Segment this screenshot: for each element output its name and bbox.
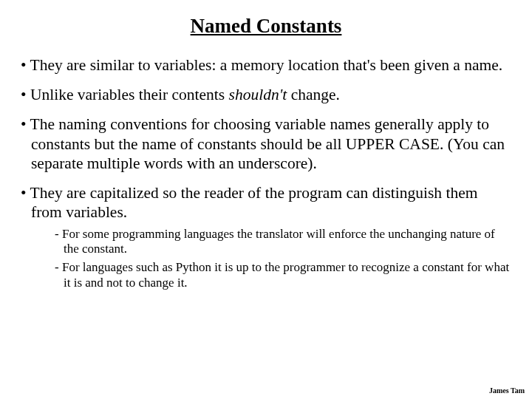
bullet-list: They are similar to variables: a memory … [21,55,511,290]
sub-bullet-item: For some programming languages the trans… [55,227,511,257]
bullet-emphasis: shouldn't [229,86,287,103]
bullet-item: Unlike variables their contents shouldn'… [21,85,511,104]
bullet-text: Unlike variables their contents [30,86,229,103]
bullet-text: change. [287,86,340,103]
bullet-item: They are capitalized so the reader of th… [21,183,511,290]
bullet-item: The naming conventions for choosing vari… [21,115,511,173]
bullet-item: They are similar to variables: a memory … [21,55,511,75]
footer-author: James Tam [489,386,525,395]
slide: Named Constants They are similar to vari… [0,0,532,290]
sub-bullet-item: For languages such as Python it is up to… [55,260,511,290]
bullet-text: They are capitalized so the reader of th… [30,184,478,221]
sub-bullet-list: For some programming languages the trans… [55,227,511,291]
slide-title: Named Constants [21,15,511,38]
